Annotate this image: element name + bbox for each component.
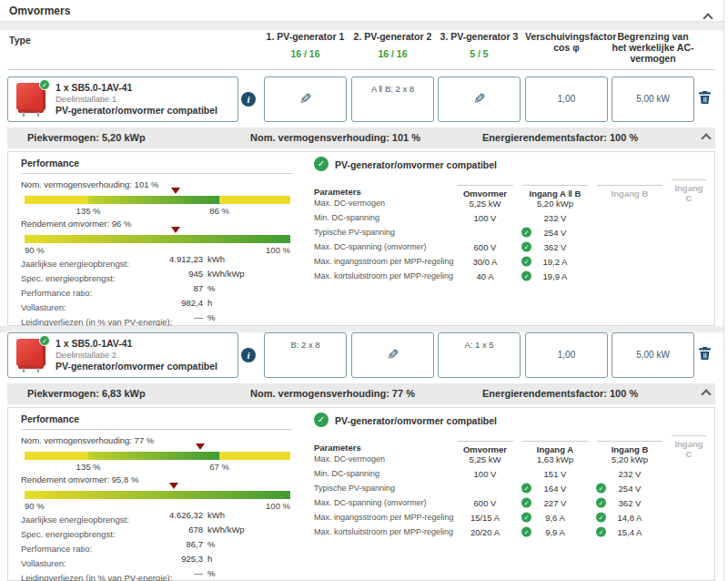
compatible-check-icon: ✓ xyxy=(314,157,329,171)
stat-row: Performance ratio:86,7% xyxy=(21,539,294,554)
stat-row: Vollasturen:925,3h xyxy=(21,554,294,568)
compatibility-title: PV-generator/omvormer compatibel xyxy=(335,415,497,426)
column-header-pv3: 3. PV-generator 3 xyxy=(438,31,521,42)
chevron-up-icon xyxy=(701,133,711,143)
gauge-marker-icon xyxy=(171,227,180,233)
edit-pencil-icon: ✎ xyxy=(387,346,399,363)
gauge2-label: Rendement omvormer: 95,8 % xyxy=(21,474,138,484)
module-count-pv1: 16 / 16 xyxy=(264,48,347,59)
col-ingang-c: Ingang C xyxy=(672,179,706,203)
compatibility-title: PV-generator/omvormer compatibel xyxy=(335,159,497,170)
param-row: Min. DC-spanning100 V✓151 V✓232 V xyxy=(314,466,711,481)
column-header-ac-limit: Begrenzing van het werkelijke AC-vermoge… xyxy=(612,31,694,64)
performance-title: Performance xyxy=(21,413,79,424)
column-header-pv2: 2. PV-generator 2 xyxy=(351,31,434,42)
chevron-up-icon xyxy=(701,389,711,399)
col-ingang-b: Ingang B xyxy=(597,185,662,199)
module-count-pv2: 16 / 16 xyxy=(351,48,434,59)
col-parameters: Parameters xyxy=(314,443,452,453)
ac-limit-value: 5,00 kW xyxy=(612,350,693,360)
stat-row: Jaarlijkse energieopbrengst:4.912,23kWh xyxy=(21,254,294,269)
divider xyxy=(21,429,292,430)
check-icon: ✓ xyxy=(596,513,606,523)
gauge-marker-icon xyxy=(169,483,178,489)
param-row: Max. kortsluitstroom per MPP-regeling20/… xyxy=(314,525,711,539)
col-parameters: Parameters xyxy=(314,187,452,197)
divider-strip xyxy=(0,326,724,332)
param-row: Typische PV-spanning✓254 V xyxy=(314,225,711,240)
section-header: Omvormers xyxy=(0,0,724,22)
check-icon: ✓ xyxy=(521,257,531,267)
col-omvormer: Omvormer xyxy=(457,441,513,454)
column-header-type: Type xyxy=(9,35,31,46)
stat-row: Spec. energieopbrengst:945kWh/kWp xyxy=(21,269,294,283)
subinstallation-label: Deelinstallatie 1 xyxy=(56,94,234,105)
peak-power: Piekvermogen: 5,20 kWp xyxy=(27,127,146,148)
gauge-marker-icon xyxy=(171,188,180,194)
parameters-table: Parameters Omvormer Ingang A ‖ B Ingang … xyxy=(314,179,711,283)
delete-inverter-button[interactable] xyxy=(697,89,713,106)
pv2-config-button[interactable]: ✎ xyxy=(351,332,434,378)
nominal-power-ratio: Nom. vermogensverhouding: 101 % xyxy=(250,127,420,148)
cos-phi-field[interactable]: 1,00 xyxy=(525,332,608,378)
inverter-name: 1 x SB5.0-1AV-41 xyxy=(56,82,234,94)
divider xyxy=(21,173,292,174)
ac-limit-field[interactable]: 5,00 kW xyxy=(612,76,694,122)
check-icon: ✓ xyxy=(596,527,606,537)
param-row: Max. ingangsstroom per MPP-regeling15/15… xyxy=(314,510,711,525)
compatible-check-icon: ✓ xyxy=(314,413,329,427)
gauge1-label: Nom. vermogensverhouding: 101 % xyxy=(21,179,159,189)
pv3-config-button[interactable]: ✎ xyxy=(438,76,521,122)
pv1-config-button[interactable]: B: 2 x 8 xyxy=(264,332,347,378)
gauge2-label: Rendement omvormer: 96 % xyxy=(21,219,131,229)
pv1-config-button[interactable]: ✎ xyxy=(264,76,347,122)
check-icon: ✓ xyxy=(521,271,531,281)
info-icon[interactable]: i xyxy=(241,348,256,362)
stat-row: Vollasturen:982,4h xyxy=(21,298,294,312)
ac-limit-field[interactable]: 5,00 kW xyxy=(612,332,694,378)
column-header-cos-phi: Verschuivingsfactor cos φ xyxy=(525,31,608,53)
check-icon: ✓ xyxy=(596,484,606,494)
check-icon: ✓ xyxy=(521,242,531,252)
stat-row: Leidingverliezen (in % van PV-energie):-… xyxy=(21,568,294,581)
detail-summary-bar[interactable]: Piekvermogen: 6,83 kWp Nom. vermogensver… xyxy=(7,383,715,404)
trash-icon xyxy=(697,89,713,106)
header-divider xyxy=(7,69,715,70)
pv3-config-button[interactable]: A: 1 x 5 xyxy=(438,332,521,378)
detail-card: Performance Nom. vermogensverhouding: 10… xyxy=(7,151,715,326)
check-icon: ✓ xyxy=(521,527,531,537)
compatible-check-icon: ✓ xyxy=(39,335,50,346)
stat-row: Jaarlijkse energieopbrengst:4.626,32kWh xyxy=(21,510,294,525)
omvormers-panel: Omvormers Type 1. PV-generator 1 16 / 16… xyxy=(0,0,724,581)
inverter-type-card[interactable]: ✓ 1 x SB5.0-1AV-41 Deelinstallatie 1 PV-… xyxy=(7,76,238,122)
efficiency-gauge: 90 % 100 % xyxy=(25,235,290,243)
check-icon: ✓ xyxy=(596,498,606,508)
parameters-table: Parameters Omvormer Ingang A Ingang B In… xyxy=(314,435,711,539)
check-icon: ✓ xyxy=(521,513,531,523)
pv2-config-button[interactable]: A ‖ B: 2 x 8 xyxy=(351,76,434,122)
nominal-ratio-gauge: 135 % 67 % xyxy=(25,452,290,460)
inverter-type-card[interactable]: ✓ 1 x SB5.0-1AV-41 Deelinstallatie 2 PV-… xyxy=(7,332,238,378)
gauge1-right-tick: 86 % xyxy=(209,206,229,216)
column-header-pv1: 1. PV-generator 1 xyxy=(264,31,347,42)
performance-title: Performance xyxy=(21,158,79,168)
section-title: Omvormers xyxy=(9,0,70,22)
performance-stats: Jaarlijkse energieopbrengst:4.912,23kWh … xyxy=(21,254,294,327)
performance-stats: Jaarlijkse energieopbrengst:4.626,32kWh … xyxy=(21,510,294,581)
pv3-config-value: A: 1 x 5 xyxy=(439,340,520,350)
detail-summary-bar[interactable]: Piekvermogen: 5,20 kWp Nom. vermogensver… xyxy=(7,127,715,148)
param-row: Max. DC-spanning (omvormer)600 V✓362 V xyxy=(314,240,711,254)
cos-phi-field[interactable]: 1,00 xyxy=(525,76,608,122)
col-ingang-a: Ingang A xyxy=(522,441,588,454)
gauge1-right-tick: 67 % xyxy=(209,462,229,472)
info-icon[interactable]: i xyxy=(241,92,256,107)
compatibility-status: PV-generator/omvormer compatibel xyxy=(56,105,234,117)
param-row: Max. kortsluitstroom per MPP-regeling40 … xyxy=(314,269,711,283)
check-icon: ✓ xyxy=(521,228,531,238)
col-ingang-c: Ingang C xyxy=(672,435,706,459)
energy-yield-factor: Energierendementsfactor: 100 % xyxy=(482,383,638,404)
trash-icon xyxy=(697,345,713,362)
delete-inverter-button[interactable] xyxy=(697,345,713,362)
param-row: Max. DC-spanning (omvormer)600 V✓227 V✓3… xyxy=(314,495,711,510)
inverter-name: 1 x SB5.0-1AV-41 xyxy=(56,338,234,350)
